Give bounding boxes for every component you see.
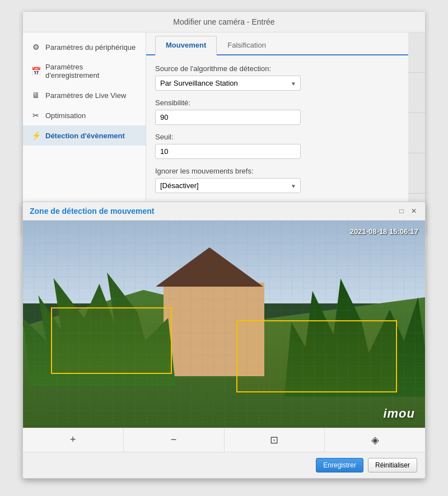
detection-zone-2[interactable] [236, 320, 397, 393]
ignorer-select-wrapper: [Désactiver] ▼ [155, 178, 301, 193]
sidebar-item-label: Paramètres de Live View [45, 91, 126, 100]
timestamp: 2021-08-18 15:06:17 [350, 227, 418, 236]
add-zone-button[interactable]: + [23, 428, 124, 452]
ignorer-select[interactable]: [Désactiver] [155, 178, 301, 193]
select-zone-button[interactable]: ⊡ [225, 428, 325, 452]
preview-cell [408, 153, 425, 194]
form-content: Source de l'algorithme de détection: Par… [146, 55, 408, 210]
source-label: Source de l'algorithme de détection: [155, 64, 399, 73]
sidebar-item-label: Détection d'évènement [45, 132, 125, 140]
preview-cell [408, 113, 425, 153]
zone-detection-panel: Zone de détection de mouvement □ ✕ [22, 202, 426, 479]
zone-panel-title: Zone de détection de mouvement [30, 207, 154, 216]
zone-actions: Enregistrer Réinitialiser [23, 452, 425, 478]
sidebar-item-parametres-live[interactable]: 🖥 Paramètres de Live View [23, 85, 146, 105]
save-button[interactable]: Enregistrer [316, 458, 363, 472]
sidebar-item-label: Paramètresd'enregistrement [45, 63, 99, 79]
select-icon: ⊡ [270, 434, 278, 446]
panel-title: Modifier une caméra - Entrée [23, 12, 425, 32]
sidebar-item-parametres-peripherique[interactable]: ⚙ Paramètres du périphérique [23, 37, 146, 57]
tab-bar: Mouvement Falsification [146, 32, 408, 55]
source-select-wrapper: Par Surveillance Station ▼ [155, 76, 301, 91]
sidebar-item-parametres-enregistrement[interactable]: 📅 Paramètresd'enregistrement [23, 57, 146, 85]
calendar-icon: 📅 [31, 67, 41, 76]
erase-icon: ◈ [371, 434, 379, 446]
scissors-icon: ✂ [31, 111, 41, 120]
reset-button[interactable]: Réinitialiser [368, 458, 417, 472]
tab-mouvement[interactable]: Mouvement [155, 36, 217, 55]
ignorer-group: Ignorer les mouvements brefs: [Désactive… [155, 167, 399, 193]
zone-toolbar: + − ⊡ ◈ [23, 428, 425, 452]
camera-feed: 2021-08-18 15:06:17 imou [23, 221, 425, 428]
lightning-icon: ⚡ [31, 131, 41, 140]
settings-icon: ⚙ [31, 43, 41, 52]
close-button[interactable]: ✕ [409, 207, 418, 216]
sidebar-item-label: Optimisation [45, 111, 86, 120]
sidebar-item-label: Paramètres du périphérique [45, 43, 136, 52]
monitor-icon: 🖥 [31, 91, 41, 100]
minus-icon: − [171, 434, 177, 445]
preview-cell [408, 32, 425, 73]
source-group: Source de l'algorithme de détection: Par… [155, 64, 399, 91]
sensibilite-label: Sensibilité: [155, 99, 399, 107]
window-controls: □ ✕ [397, 207, 418, 216]
preview-cell [408, 73, 425, 113]
ignorer-label: Ignorer les mouvements brefs: [155, 167, 399, 175]
erase-zone-button[interactable]: ◈ [325, 428, 425, 452]
sidebar-item-optimisation[interactable]: ✂ Optimisation [23, 105, 146, 125]
source-select[interactable]: Par Surveillance Station [155, 76, 301, 91]
seuil-group: Seuil: [155, 133, 399, 159]
sensibilite-input[interactable] [155, 110, 301, 125]
tab-falsification[interactable]: Falsification [217, 36, 277, 54]
sensibilite-group: Sensibilité: [155, 99, 399, 125]
remove-zone-button[interactable]: − [124, 428, 225, 452]
seuil-input[interactable] [155, 144, 301, 159]
brand-logo: imou [383, 406, 415, 421]
detection-zone-1[interactable] [51, 307, 171, 373]
seuil-label: Seuil: [155, 133, 399, 141]
panel-title-text: Modifier une caméra - Entrée [173, 17, 274, 26]
minimize-button[interactable]: □ [397, 207, 406, 216]
zone-panel-title-bar: Zone de détection de mouvement □ ✕ [23, 202, 425, 221]
plus-icon: + [70, 434, 76, 445]
sidebar-item-detection-evenement[interactable]: ⚡ Détection d'évènement [23, 125, 146, 146]
house-roof [156, 247, 263, 287]
